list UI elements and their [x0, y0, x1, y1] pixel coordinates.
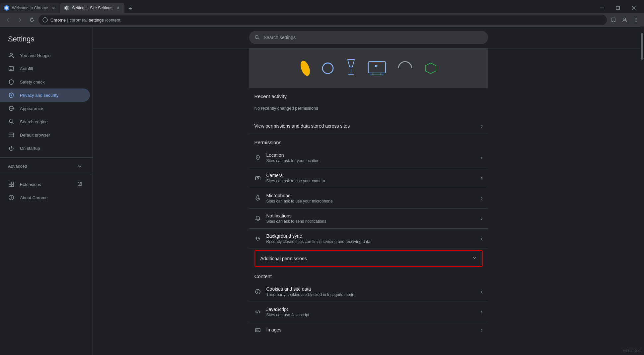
search-bar — [249, 31, 488, 44]
sidebar-advanced-section[interactable]: Advanced — [0, 160, 90, 172]
address-bar[interactable]: Chrome | chrome:// settings /content — [38, 15, 607, 25]
address-bar-row: Chrome | chrome:// settings /content — [0, 13, 644, 27]
camera-arrow: › — [481, 175, 482, 181]
new-tab-button[interactable]: + — [126, 4, 135, 13]
sidebar-item-default-browser[interactable]: Default browser — [0, 128, 90, 142]
additional-permissions-item[interactable]: Additional permissions — [254, 250, 483, 267]
svg-point-11 — [636, 21, 637, 22]
location-icon — [254, 154, 261, 161]
sidebar-item-you-and-google[interactable]: You and Google — [0, 49, 90, 62]
camera-icon — [254, 175, 261, 181]
address-path-settings: settings — [89, 18, 104, 23]
camera-subtitle: Sites can ask to use your camera — [266, 179, 476, 183]
svg-rect-44 — [257, 196, 259, 199]
search-input[interactable] — [264, 35, 483, 40]
external-link-icon — [77, 182, 82, 187]
browser-icon — [8, 132, 15, 138]
bookmark-button[interactable] — [608, 15, 619, 25]
permission-background-sync-item[interactable]: Background sync Recently closed sites ca… — [249, 229, 488, 249]
svg-point-10 — [636, 20, 637, 21]
cookies-subtitle: Third-party cookies are blocked in Incog… — [266, 292, 476, 297]
content-cookies-item[interactable]: Cookies and site data Third-party cookie… — [249, 282, 488, 302]
svg-point-47 — [256, 291, 257, 292]
svg-point-49 — [257, 292, 258, 293]
cookies-content: Cookies and site data Third-party cookie… — [266, 286, 476, 297]
microphone-icon — [254, 195, 261, 202]
svg-marker-40 — [425, 63, 436, 74]
scrollbar-thumb[interactable] — [641, 33, 643, 60]
location-content: Location Sites can ask for your location — [266, 152, 476, 163]
maximize-button[interactable] — [610, 3, 625, 13]
tab-title-2: Settings - Site Settings — [72, 6, 112, 10]
background-sync-subtitle: Recently closed sites can finish sending… — [266, 239, 476, 244]
svg-rect-13 — [9, 67, 14, 71]
microphone-title: Microphone — [266, 193, 476, 198]
svg-point-12 — [10, 53, 13, 56]
site-banner — [249, 48, 488, 88]
sidebar-item-appearance[interactable]: Appearance — [0, 102, 90, 115]
permission-microphone-item[interactable]: Microphone Sites can ask to use your mic… — [249, 188, 488, 208]
notifications-subtitle: Sites can ask to send notifications — [266, 219, 476, 224]
javascript-content: JavaScript Sites can use Javascript — [266, 307, 476, 317]
sidebar-advanced-label: Advanced — [8, 164, 27, 169]
reload-button[interactable] — [27, 15, 37, 25]
sidebar-label-privacy-security: Privacy and security — [20, 93, 58, 98]
tab-close-1[interactable]: ✕ — [51, 5, 56, 11]
svg-line-27 — [79, 182, 81, 184]
location-title: Location — [266, 152, 476, 158]
tab-bar: Welcome to Chrome ✕ Settings - Site Sett… — [0, 0, 644, 13]
settings-title: Settings — [0, 32, 93, 49]
svg-rect-37 — [368, 62, 386, 73]
cookies-arrow: › — [481, 289, 482, 295]
content-images-item[interactable]: Images › — [249, 322, 488, 338]
profile-button[interactable] — [619, 15, 630, 25]
tab-close-2[interactable]: ✕ — [115, 5, 120, 11]
window-controls — [592, 3, 644, 13]
no-recent-text: No recently changed permissions — [254, 103, 483, 113]
permission-notifications-item[interactable]: Notifications Sites can ask to send noti… — [249, 208, 488, 229]
content-scroll: Recent activity No recently changed perm… — [249, 48, 488, 338]
view-permissions-item[interactable]: View permissions and data stored across … — [249, 119, 488, 134]
sidebar-item-autofill[interactable]: Autofill — [0, 62, 90, 75]
permission-location-item[interactable]: Location Sites can ask for your location… — [249, 148, 488, 168]
menu-button[interactable] — [631, 15, 641, 25]
sidebar-label-safety-check: Safety check — [20, 80, 44, 85]
banner-circle-icon — [321, 62, 334, 75]
banner-icons — [300, 58, 437, 78]
sidebar-item-search-engine[interactable]: Search engine — [0, 115, 90, 128]
tab-settings[interactable]: Settings - Site Settings ✕ — [60, 3, 124, 13]
svg-point-41 — [257, 157, 258, 158]
sidebar-item-safety-check[interactable]: Safety check — [0, 75, 90, 89]
microphone-arrow: › — [481, 195, 482, 201]
images-arrow: › — [481, 327, 482, 333]
svg-rect-23 — [9, 182, 11, 184]
notifications-arrow: › — [481, 215, 482, 221]
microphone-subtitle: Sites can ask to use your microphone — [266, 199, 476, 204]
sidebar-item-extensions[interactable]: Extensions — [0, 178, 90, 191]
sidebar-label-default-browser: Default browser — [20, 133, 50, 138]
close-button[interactable] — [626, 3, 641, 13]
sidebar-item-about-chrome[interactable]: About Chrome — [0, 191, 90, 204]
scrollbar-track — [640, 27, 644, 355]
about-chrome-icon — [8, 194, 15, 201]
content-javascript-item[interactable]: JavaScript Sites can use Javascript › — [249, 302, 488, 322]
back-button[interactable] — [3, 15, 13, 25]
address-host: Chrome — [50, 18, 66, 23]
camera-content: Camera Sites can ask to use your camera — [266, 173, 476, 183]
image-icon — [254, 327, 261, 333]
permission-camera-item[interactable]: Camera Sites can ask to use your camera … — [249, 168, 488, 188]
additional-permissions-title: Additional permissions — [260, 256, 472, 261]
svg-point-33 — [300, 59, 311, 77]
tab-welcome-chrome[interactable]: Welcome to Chrome ✕ — [0, 3, 60, 13]
minimize-button[interactable] — [594, 3, 609, 13]
code-icon — [254, 309, 261, 315]
svg-point-48 — [258, 292, 259, 292]
svg-point-2 — [66, 8, 67, 9]
sidebar-item-privacy-security[interactable]: Privacy and security — [0, 89, 90, 102]
svg-point-9 — [636, 18, 637, 19]
sidebar-item-on-startup[interactable]: On startup — [0, 142, 90, 155]
sync-icon — [254, 235, 261, 242]
forward-button[interactable] — [15, 15, 25, 25]
chevron-down-icon — [77, 164, 82, 169]
tab-favicon-2 — [64, 5, 69, 11]
